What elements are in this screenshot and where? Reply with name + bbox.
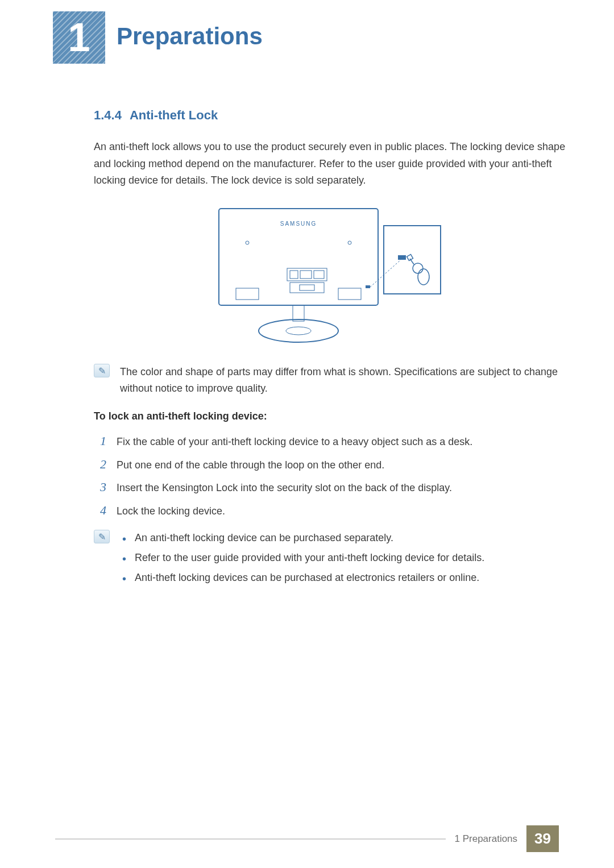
footer-chapter-ref: 1 Preparations <box>455 833 518 845</box>
svg-rect-12 <box>366 285 370 288</box>
svg-point-16 <box>286 327 311 335</box>
step-text: Put one end of the cable through the loo… <box>117 458 384 474</box>
note-block: ✎ The color and shape of parts may diffe… <box>94 364 566 397</box>
svg-point-21 <box>418 269 429 285</box>
step-number: 1 <box>94 434 106 448</box>
monitor-lock-illustration: SAMSUNG <box>213 203 446 348</box>
chapter-number: 1 <box>68 18 90 57</box>
bullet-item: Refer to the user guide provided with yo… <box>120 550 566 566</box>
step-number: 3 <box>94 480 106 495</box>
bullet-item: Anti-theft locking devices can be purcha… <box>120 570 566 586</box>
page-footer: 1 Preparations 39 <box>55 825 559 852</box>
step-number: 2 <box>94 457 106 472</box>
section-intro: An anti-theft lock allows you to use the… <box>94 139 566 189</box>
page-header: 1 Preparations <box>0 0 614 80</box>
svg-rect-18 <box>398 255 406 260</box>
svg-rect-17 <box>384 226 441 294</box>
page-number: 39 <box>526 825 559 852</box>
procedure-steps: 1 Fix the cable of your anti-theft locki… <box>94 434 566 520</box>
step-item: 1 Fix the cable of your anti-theft locki… <box>94 434 566 450</box>
svg-point-15 <box>259 319 338 342</box>
step-text: Fix the cable of your anti-theft locking… <box>117 434 472 450</box>
svg-point-3 <box>348 241 351 244</box>
bullet-item: An anti-theft locking device can be purc… <box>120 530 566 546</box>
chapter-tab: 1 <box>53 11 105 64</box>
step-item: 4 Lock the locking device. <box>94 503 566 520</box>
svg-rect-5 <box>290 271 298 279</box>
svg-rect-7 <box>314 271 324 279</box>
svg-rect-20 <box>407 255 413 261</box>
svg-rect-6 <box>300 271 312 279</box>
svg-point-19 <box>413 263 423 273</box>
footer-rule <box>55 838 446 840</box>
step-text: Insert the Kensington Lock into the secu… <box>117 480 452 496</box>
content-area: 1.4.4Anti-theft Lock An anti-theft lock … <box>94 108 566 603</box>
svg-rect-8 <box>290 283 324 293</box>
procedure-heading: To lock an anti-theft locking device: <box>94 410 566 422</box>
note-icon: ✎ <box>94 364 110 377</box>
step-text: Lock the locking device. <box>117 504 225 520</box>
svg-rect-9 <box>300 285 314 290</box>
step-item: 3 Insert the Kensington Lock into the se… <box>94 480 566 496</box>
chapter-title: Preparations <box>117 23 263 50</box>
section-number: 1.4.4 <box>94 108 122 122</box>
svg-point-2 <box>246 241 249 244</box>
svg-rect-10 <box>236 288 259 300</box>
product-diagram: SAMSUNG <box>94 203 566 348</box>
section-heading: 1.4.4Anti-theft Lock <box>94 108 566 123</box>
section-title: Anti-theft Lock <box>130 108 218 122</box>
svg-rect-4 <box>287 268 327 281</box>
note-bullets: An anti-theft locking device can be purc… <box>120 530 566 589</box>
note-block: ✎ An anti-theft locking device can be pu… <box>94 530 566 589</box>
note-text: The color and shape of parts may differ … <box>120 364 566 397</box>
svg-rect-14 <box>293 305 304 321</box>
note-icon: ✎ <box>94 530 110 543</box>
svg-text:SAMSUNG: SAMSUNG <box>280 221 317 227</box>
step-item: 2 Put one end of the cable through the l… <box>94 457 566 474</box>
svg-rect-11 <box>338 288 361 300</box>
step-number: 4 <box>94 503 106 518</box>
svg-line-13 <box>370 260 401 287</box>
